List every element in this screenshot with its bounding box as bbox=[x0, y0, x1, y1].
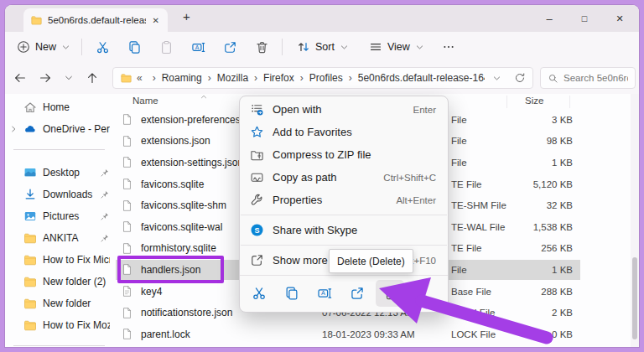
sidebar-divider[interactable] bbox=[13, 149, 105, 150]
column-separator bbox=[569, 96, 570, 108]
forward-button[interactable] bbox=[39, 71, 52, 85]
shortcut-hint: Enter bbox=[413, 105, 437, 115]
file-icon bbox=[121, 328, 133, 340]
search-icon bbox=[548, 73, 558, 84]
delete-button[interactable] bbox=[246, 34, 278, 60]
cut-icon bbox=[96, 40, 110, 54]
quick-cut-button[interactable] bbox=[245, 280, 273, 307]
file-icon bbox=[121, 178, 133, 190]
quick-share-button[interactable] bbox=[343, 280, 371, 307]
sort-arrows-icon bbox=[297, 40, 310, 54]
copy-button[interactable] bbox=[118, 34, 150, 60]
menu-item-properties[interactable]: Properties Alt+Enter bbox=[240, 189, 448, 211]
file-icon bbox=[121, 307, 133, 319]
address-dropdown-chevron-icon[interactable] bbox=[492, 74, 501, 83]
toolbar-divider bbox=[282, 39, 283, 55]
quick-rename-button[interactable]: A bbox=[310, 280, 339, 307]
pin-icon bbox=[100, 233, 110, 243]
paste-button[interactable] bbox=[150, 34, 182, 60]
recent-locations-chevron-icon[interactable] bbox=[64, 73, 74, 83]
menu-item-open-with[interactable]: Open with Enter bbox=[240, 98, 448, 121]
rename-icon: A bbox=[317, 286, 332, 301]
folder-icon bbox=[23, 275, 37, 288]
sidebar-item-how-to-fix-microso[interactable]: How to Fix Microso bbox=[5, 249, 113, 271]
sidebar-item-ankita[interactable]: ANKITA bbox=[5, 227, 113, 249]
file-icon bbox=[121, 135, 133, 148]
menu-item-copy-as-path[interactable]: Copy as path Ctrl+Shift+C bbox=[240, 166, 448, 189]
breadcrumb-prefix[interactable]: « bbox=[137, 72, 143, 84]
menu-divider[interactable] bbox=[241, 215, 447, 215]
share-button[interactable] bbox=[214, 34, 246, 60]
menu-item-share-skype[interactable]: S Share with Skype bbox=[240, 219, 448, 241]
copy-icon bbox=[284, 286, 299, 301]
search-input[interactable]: Search 5e0n6rds.... bbox=[540, 67, 636, 89]
desktop-icon bbox=[23, 166, 37, 179]
vertical-scrollbar[interactable] bbox=[631, 94, 639, 347]
copy-icon bbox=[127, 40, 142, 54]
sidebar-divider[interactable] bbox=[13, 345, 105, 346]
file-row[interactable]: permissions.sqlite bbox=[114, 345, 634, 347]
scrollbar-thumb[interactable] bbox=[632, 257, 637, 339]
new-button[interactable]: New bbox=[5, 40, 77, 54]
breadcrumb-segment[interactable]: › Profiles bbox=[294, 72, 343, 84]
sidebar-item-how-to-fix-mozilla[interactable]: How to Fix Mozilla bbox=[5, 314, 113, 336]
address-bar[interactable]: « › Roaming › Mozilla › Firefox › bbox=[112, 67, 533, 89]
column-separator bbox=[506, 96, 507, 108]
explorer-tab[interactable]: 5e0n6rds.default-release- ✕ bbox=[23, 8, 168, 32]
tab-title: 5e0n6rds.default-release- bbox=[48, 15, 146, 25]
context-menu: Open with Enter Add to Favorites Compres… bbox=[239, 96, 449, 313]
close-button[interactable]: ✕ bbox=[602, 13, 637, 24]
back-button[interactable] bbox=[13, 71, 27, 85]
sidebar-item-pictures[interactable]: Pictures bbox=[5, 205, 113, 227]
folder-icon bbox=[23, 297, 37, 310]
toolbar-buttons: A bbox=[86, 34, 278, 60]
chevron-down-icon bbox=[61, 43, 70, 52]
toolbar-divider bbox=[81, 39, 82, 55]
breadcrumb: › Roaming › Mozilla › Firefox › Profiles bbox=[147, 72, 485, 84]
breadcrumb-segment[interactable]: › Roaming bbox=[147, 72, 202, 84]
chevron-right-icon[interactable] bbox=[9, 125, 18, 133]
tab-close-icon[interactable]: ✕ bbox=[151, 16, 161, 25]
breadcrumb-segment[interactable]: › Mozilla bbox=[202, 72, 248, 84]
ellipsis-icon bbox=[442, 40, 455, 54]
file-icon bbox=[121, 220, 133, 233]
sort-button[interactable]: Sort bbox=[287, 40, 359, 54]
name-column-header[interactable]: Name bbox=[132, 96, 158, 106]
copy-path-icon bbox=[250, 170, 264, 184]
trash-icon bbox=[255, 40, 269, 54]
folder-icon bbox=[23, 253, 37, 267]
file-row[interactable]: parent.lock 18-01-2023 09:33 AM LOCK Fil… bbox=[114, 324, 634, 345]
sidebar-item-new-folder-2[interactable]: New folder (2) bbox=[5, 271, 113, 292]
home-icon bbox=[23, 101, 37, 114]
up-button[interactable] bbox=[86, 71, 99, 85]
breadcrumb-segment[interactable]: › Firefox bbox=[248, 72, 294, 84]
svg-text:S: S bbox=[254, 226, 259, 235]
sidebar-item-desktop[interactable]: Desktop bbox=[5, 162, 113, 184]
quick-copy-button[interactable] bbox=[278, 280, 306, 307]
minimize-button[interactable]: – bbox=[532, 13, 567, 25]
sidebar-item-new-folder[interactable]: New folder bbox=[5, 292, 113, 314]
sidebar-item-downloads[interactable]: Downloads bbox=[5, 184, 113, 205]
quick-delete-button[interactable] bbox=[376, 280, 404, 307]
maximize-button[interactable]: □ bbox=[567, 13, 602, 23]
file-icon bbox=[121, 156, 133, 168]
view-button[interactable]: View bbox=[359, 40, 434, 54]
menu-item-compress-zip[interactable]: Compress to ZIP file bbox=[240, 143, 448, 166]
cut-button[interactable] bbox=[86, 34, 118, 60]
rename-button[interactable]: A bbox=[182, 34, 214, 60]
show-more-icon bbox=[250, 253, 264, 267]
sidebar-item-onedrive[interactable]: OneDrive - Person bbox=[5, 118, 113, 140]
new-tab-button[interactable]: + bbox=[183, 9, 190, 23]
navigation-pane: Home OneDrive - Person bbox=[5, 94, 113, 347]
refresh-icon[interactable] bbox=[514, 72, 526, 84]
rename-icon: A bbox=[191, 40, 205, 54]
menu-item-add-to-favorites[interactable]: Add to Favorites bbox=[240, 121, 448, 143]
sidebar-item-home[interactable]: Home bbox=[5, 96, 113, 118]
size-column-header[interactable]: Size bbox=[525, 96, 543, 106]
breadcrumb-segment[interactable]: › 5e0n6rds.default-release-1642000636747 bbox=[343, 72, 485, 84]
folder-icon bbox=[23, 231, 37, 245]
file-icon bbox=[121, 242, 133, 255]
window-controls: – □ ✕ bbox=[532, 5, 637, 32]
menu-divider[interactable] bbox=[241, 245, 447, 246]
more-options-button[interactable] bbox=[434, 40, 463, 54]
